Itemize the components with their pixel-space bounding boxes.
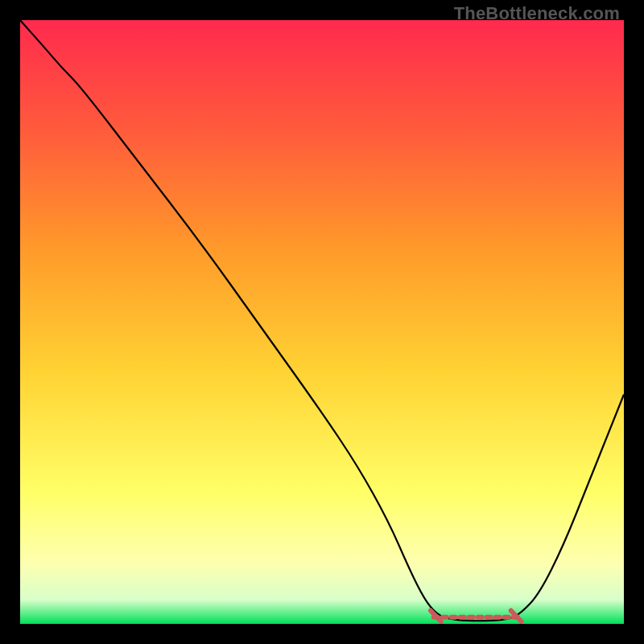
gradient-background [20, 20, 624, 624]
watermark-text: TheBottleneck.com [454, 3, 620, 24]
chart-frame [20, 20, 624, 624]
bottleneck-chart [20, 20, 624, 624]
